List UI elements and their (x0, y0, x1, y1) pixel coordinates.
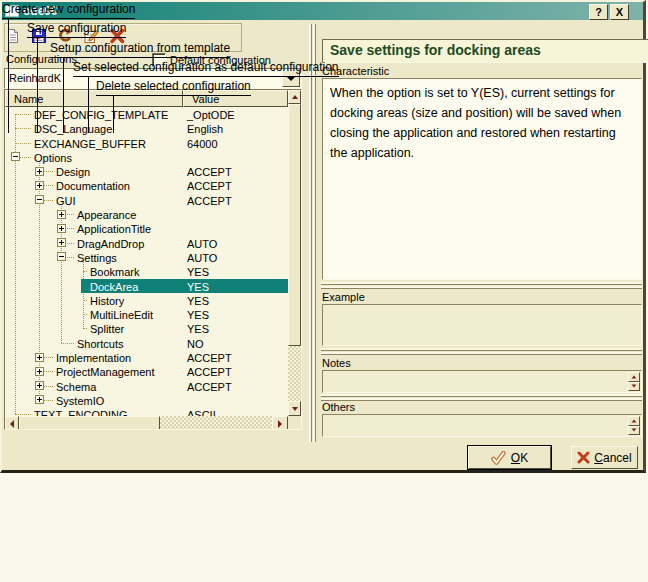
expand-icon[interactable] (35, 381, 44, 390)
vertical-scroll-thumb[interactable] (288, 104, 301, 346)
new-configuration-button[interactable] (4, 25, 22, 47)
tree-node-value: ACCEPT (187, 351, 232, 365)
help-button[interactable]: ? (589, 4, 608, 20)
tree-row[interactable]: DSC_LanguageEnglish (5, 121, 288, 135)
scroll-up-button[interactable] (288, 90, 301, 104)
tree-node-name: TEXT_ENCODING (34, 408, 128, 416)
others-scroll-buttons[interactable] (628, 416, 640, 435)
tree-row[interactable]: TEXT_ENCODINGASCII (5, 407, 288, 416)
tree-node-name: History (90, 294, 124, 308)
section-splitter[interactable] (321, 394, 642, 401)
tree-row[interactable]: Options (5, 150, 288, 164)
scroll-right-button[interactable] (272, 416, 288, 430)
tree-row[interactable]: DocumentationACCEPT (5, 178, 288, 192)
tree-node-name: Splitter (90, 322, 124, 336)
arrow-down-icon (632, 429, 637, 432)
others-text-area[interactable] (322, 414, 642, 437)
tree-node-name: Implementation (56, 351, 131, 365)
option-title: Save settings for docking areas (322, 39, 648, 63)
scroll-track[interactable] (160, 416, 272, 430)
callout-set-default-configuration: Set selected configuration as default co… (73, 60, 339, 77)
tree-row[interactable]: HistoryYES (5, 293, 288, 307)
tree-row[interactable]: SplitterYES (5, 321, 288, 335)
expand-icon[interactable] (35, 353, 44, 362)
panel-splitter[interactable] (309, 24, 316, 442)
horizontal-scroll-thumb[interactable] (19, 416, 160, 430)
expand-icon[interactable] (57, 224, 66, 233)
tree-rows: DEF_CONFIG_TEMPLATE_OptODEDSC_LanguageEn… (5, 107, 288, 416)
tree-node-name: DockArea (90, 280, 138, 294)
tree-row[interactable]: ImplementationACCEPT (5, 350, 288, 364)
scroll-up-button[interactable] (628, 372, 640, 382)
expand-icon[interactable] (35, 367, 44, 376)
collapse-icon[interactable] (11, 152, 20, 161)
tree-node-value: AUTO (187, 237, 217, 251)
notes-scroll-buttons[interactable] (628, 372, 640, 391)
tree-row[interactable]: SystemIO (5, 393, 288, 407)
scroll-down-button[interactable] (288, 401, 301, 416)
tree-node-name: Shortcuts (77, 337, 123, 351)
tree-node-name: Schema (56, 380, 96, 394)
callout-line (88, 76, 89, 133)
tree-branch-line (15, 128, 31, 129)
notes-text-area[interactable] (322, 370, 642, 393)
callout-line (8, 18, 9, 133)
tree-vertical-scrollbar[interactable] (288, 90, 301, 416)
ok-label: OK (511, 451, 528, 465)
callout-create-new-configuration: Create new configuration (2, 2, 135, 19)
cancel-button[interactable]: Cancel (571, 446, 638, 469)
example-text-area[interactable] (322, 304, 642, 346)
expand-icon[interactable] (35, 167, 44, 176)
expand-icon[interactable] (35, 395, 44, 404)
tree-row[interactable]: DesignACCEPT (5, 164, 288, 178)
collapse-icon[interactable] (35, 195, 44, 204)
close-button[interactable]: X (610, 4, 629, 20)
scroll-up-button[interactable] (628, 416, 640, 426)
tree-branch-line (15, 143, 31, 144)
scroll-down-button[interactable] (628, 382, 640, 392)
characteristic-text-area[interactable]: When the option is set to Y(ES), current… (322, 78, 642, 280)
tree-branch-line (15, 114, 31, 115)
tree-node-name: Settings (77, 251, 117, 265)
tree-row[interactable]: MultiLineEditYES (5, 307, 288, 321)
callout-setup-configuration-from-template: Setup configuration from template (50, 41, 230, 58)
tree-row[interactable]: Appearance (5, 207, 288, 221)
arrow-up-icon (632, 419, 637, 422)
tree-row[interactable]: DragAndDropAUTO (5, 236, 288, 250)
tree-row[interactable]: SettingsAUTO (5, 250, 288, 264)
tree-node-value: YES (187, 294, 209, 308)
tree-node-name: Bookmark (90, 265, 140, 279)
callout-line (113, 95, 114, 133)
scroll-left-button[interactable] (5, 416, 19, 430)
tree-node-value: ACCEPT (187, 165, 232, 179)
expand-icon[interactable] (57, 210, 66, 219)
tree-row[interactable]: ShortcutsNO (5, 336, 288, 350)
tree-node-value: 64000 (187, 137, 218, 151)
arrow-up-icon (292, 95, 298, 99)
section-splitter[interactable] (321, 282, 642, 289)
tree-node-name: DEF_CONFIG_TEMPLATE (34, 108, 168, 122)
tree-row[interactable]: DEF_CONFIG_TEMPLATE_OptODE (5, 107, 288, 121)
tree-node-name: DragAndDrop (77, 237, 144, 251)
scrollbar-corner (288, 416, 301, 430)
expand-icon[interactable] (35, 181, 44, 190)
expand-icon[interactable] (57, 238, 66, 247)
tree-row[interactable]: GUIACCEPT (5, 193, 288, 207)
scroll-track[interactable] (288, 346, 301, 401)
tree-row[interactable]: ProjectManagementACCEPT (5, 364, 288, 378)
tree-horizontal-scrollbar[interactable] (5, 416, 288, 430)
scroll-down-button[interactable] (628, 426, 640, 436)
collapse-icon[interactable] (57, 252, 66, 261)
tree-row[interactable]: ApplicationTitle (5, 221, 288, 235)
notes-label: Notes (322, 357, 351, 369)
tree-row[interactable]: BookmarkYES (5, 264, 288, 278)
tree-node-value: NO (187, 337, 204, 351)
tree-row[interactable]: SchemaACCEPT (5, 379, 288, 393)
tree-node-name: GUI (56, 194, 76, 208)
tree-row[interactable]: DockAreaYES (5, 279, 288, 293)
ok-button[interactable]: OK (467, 445, 552, 470)
tree-row[interactable]: EXCHANGE_BUFFER64000 (5, 136, 288, 150)
section-splitter[interactable] (321, 348, 642, 355)
arrow-down-icon (632, 385, 637, 388)
chevron-down-icon (287, 77, 295, 81)
